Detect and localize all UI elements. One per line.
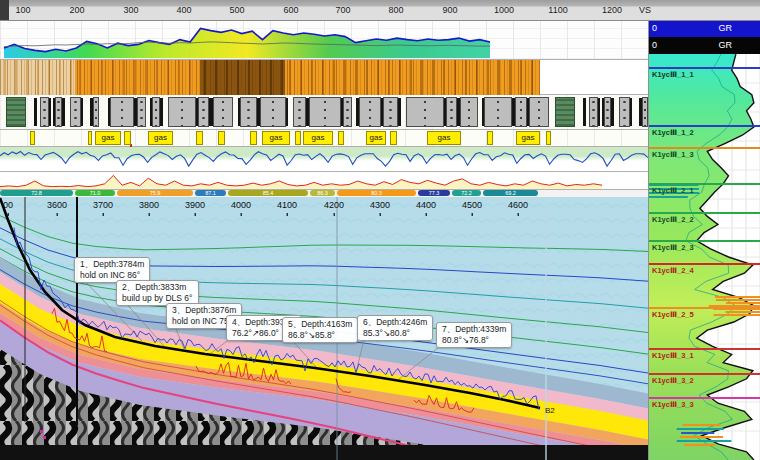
inclination-segment: 75.9 [117,190,193,196]
formation-top-line[interactable] [649,397,760,399]
formation-top-line[interactable] [649,307,760,309]
inclination-quality-bar[interactable]: 72.871.075.987.185.486.380.377.372.269.2 [0,190,648,197]
lithology-bar [286,98,288,126]
gas-flag-small [546,131,551,145]
formation-label[interactable]: K1ycⅢ_3_1 [652,351,694,360]
ruler-tick: 700 [335,5,350,15]
lithology-block [529,97,549,127]
formation-top-line[interactable] [649,348,760,350]
gas-flag-small [196,131,203,145]
blue-log-curve [0,147,648,172]
lithology-block [309,97,341,127]
formation-top-line[interactable] [649,183,760,185]
gas-flag-small [218,131,225,145]
formation-label[interactable]: K1ycⅢ_2_1 [652,186,694,195]
formation-label[interactable]: K1ycⅢ_1_1 [652,70,694,79]
lithology-block [446,97,457,127]
gas-flag-small [124,131,131,145]
trajectory-annotation[interactable]: 6、Depth:4246m85.3°↘80.8° [357,315,433,341]
formation-top-line[interactable] [649,212,760,214]
formation-top-line[interactable] [649,240,760,242]
lithology-block [168,97,196,127]
gas-flag-small [88,131,92,145]
formation-top-line[interactable] [649,147,760,149]
annotation-note: 86.8°↘85.8° [288,330,335,340]
annotation-note: 76.2°↗86.0° [232,328,279,338]
gr-header-black[interactable]: 0 GR [649,37,760,54]
lithology-bar [34,98,37,126]
log-track-stack: gasgasgasgasgasgasgas 72.871.075.987.185… [0,20,648,460]
ruler-tick: 800 [388,5,403,15]
formation-top-line[interactable] [649,373,760,375]
lithology-block [460,97,478,127]
gr-scale-min: 0 [652,20,657,37]
gas-flag-small [338,131,344,145]
lithology-block [293,97,306,127]
blue-log-track[interactable] [0,147,648,172]
lithology-bar [81,98,83,126]
gr-header-blue[interactable]: 0 GR [649,20,760,37]
formation-label[interactable]: K1ycⅢ_2_2 [652,215,694,224]
lithology-bar [49,98,51,126]
formation-top-line[interactable] [649,263,760,265]
lithology-bar [598,98,600,126]
formation-top-line[interactable] [649,67,760,69]
lithology-block [240,97,257,127]
borehole-image-track[interactable] [0,60,648,95]
annotation-depth: Depth:3833m [135,282,186,292]
inclination-segment: 69.2 [483,190,538,196]
lithology-block-green [555,97,575,127]
annotation-index: 7、 [442,324,455,334]
lithology-track[interactable] [0,95,648,130]
red-log-track[interactable] [0,172,648,190]
inclination-segment: 77.3 [418,190,450,196]
lithology-block [359,97,381,127]
gas-flag: gas [516,131,540,145]
gas-flag-small [390,131,397,145]
svg-text:3600: 3600 [47,200,67,210]
formation-label[interactable]: K1ycⅢ_2_5 [652,310,694,319]
gas-flag: gas [303,131,333,145]
lithology-block [110,97,134,127]
lithology-block [40,97,49,127]
formation-label[interactable]: K1ycⅢ_1_2 [652,128,694,137]
lithology-block [604,97,611,127]
ruler-corner [0,0,9,20]
ruler-tick: 1100 [548,5,567,15]
seismic-section-view[interactable]: 00 3600 3700 3800 3900 4000 4100 4200 43… [0,197,648,460]
inclination-segment: 86.3 [310,190,335,196]
formation-label[interactable]: K1ycⅢ_1_3 [652,150,694,159]
trajectory-annotation[interactable]: 5、Depth:4163m86.8°↘85.8° [282,317,358,343]
target-label: B2 [545,406,555,415]
annotation-depth: Depth:3876m [185,305,236,315]
formation-label[interactable]: K1ycⅢ_2_3 [652,243,694,252]
amplitude-track[interactable] [0,20,648,60]
lithology-block [93,97,99,127]
gas-flag: gas [427,131,461,145]
gas-show-track[interactable]: gasgasgasgasgasgasgas [0,130,648,147]
ruler-tick: 200 [69,5,84,15]
gr-correlation-panel[interactable]: 0 GR 0 GR K1ycⅢ_1_1K1ycⅢ_1_2K1ycⅢ_1_3K1y… [648,0,760,460]
gas-flag: gas [366,131,386,145]
svg-text:4400: 4400 [416,200,436,210]
formation-label[interactable]: K1ycⅢ_2_4 [652,266,694,275]
annotation-depth: Depth:3784m [93,259,144,269]
gr-curve-label: GR [718,20,732,37]
annotation-index: 3、 [172,305,185,315]
formation-top-line[interactable] [649,125,760,127]
gr-scale-min-2: 0 [652,37,657,54]
svg-text:3900: 3900 [185,200,205,210]
vs-ruler[interactable]: 100200300400500600700800900100011001200V… [0,0,760,21]
ruler-tick: 900 [442,5,457,15]
svg-text:3800: 3800 [139,200,159,210]
lithology-block [260,97,286,127]
annotation-index: 5、 [288,319,301,329]
formation-label[interactable]: K1ycⅢ_3_3 [652,400,694,409]
formation-label[interactable]: K1ycⅢ_3_2 [652,376,694,385]
svg-text:4600: 4600 [508,200,528,210]
trajectory-annotation[interactable]: 7、Depth:4339m80.8°↘76.8° [436,322,512,348]
lithology-block [70,97,81,127]
annotation-index: 6、 [363,317,376,327]
svg-text:4300: 4300 [370,200,390,210]
annotation-index: 4、 [232,317,245,327]
